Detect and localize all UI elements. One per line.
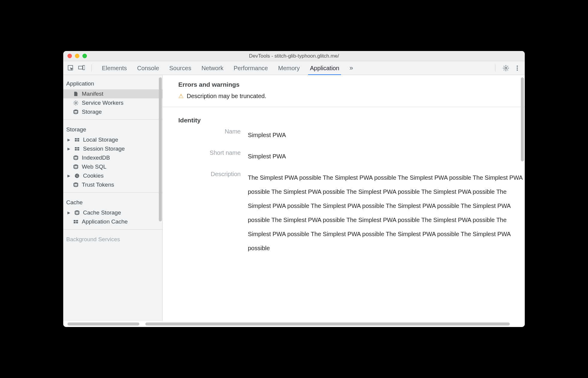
sidebar-section-storage: Storage xyxy=(63,123,162,135)
main-h-scrollbar[interactable] xyxy=(145,322,510,326)
tab-performance[interactable]: Performance xyxy=(234,62,268,74)
table-icon xyxy=(73,219,79,225)
database-icon xyxy=(74,210,80,216)
sidebar-divider xyxy=(63,119,162,120)
identity-heading: Identity xyxy=(178,117,525,124)
field-name: Name Simplest PWA xyxy=(178,128,525,142)
gear-icon xyxy=(73,100,79,106)
sidebar-item-label: Service Workers xyxy=(82,100,123,106)
tab-memory[interactable]: Memory xyxy=(278,62,300,74)
field-label: Name xyxy=(178,128,248,135)
main-scrollbar[interactable] xyxy=(521,77,524,161)
field-value: The Simplest PWA possible The Simplest P… xyxy=(248,171,525,255)
sidebar-item-cache-storage[interactable]: ▶ Cache Storage xyxy=(63,208,162,217)
field-description: Description The Simplest PWA possible Th… xyxy=(178,171,525,255)
minimize-window-button[interactable] xyxy=(75,54,79,58)
toolbar-divider xyxy=(91,64,92,72)
zoom-window-button[interactable] xyxy=(82,54,87,58)
tab-sources[interactable]: Sources xyxy=(169,62,191,74)
warning-row: ⚠ Description may be truncated. xyxy=(178,92,525,100)
sidebar-item-manifest[interactable]: Manifest xyxy=(63,89,162,98)
errors-heading: Errors and warnings xyxy=(178,81,525,88)
sidebar-section-application: Application xyxy=(63,77,162,89)
inspect-icon[interactable] xyxy=(67,65,74,71)
sidebar-item-session-storage[interactable]: ▶ Session Storage xyxy=(63,144,162,153)
sidebar: Application Manifest Service Workers Sto… xyxy=(63,75,163,321)
kebab-menu-icon[interactable] xyxy=(514,65,521,71)
sidebar-item-label: Cache Storage xyxy=(83,209,121,216)
table-icon xyxy=(74,137,80,143)
bottom-scrollbars xyxy=(63,321,525,327)
main-panel: Errors and warnings ⚠ Description may be… xyxy=(163,75,525,321)
sidebar-item-label: Application Cache xyxy=(82,218,128,225)
tabs-overflow-icon[interactable]: » xyxy=(349,64,353,72)
cookie-icon xyxy=(74,173,80,179)
sidebar-item-application-cache[interactable]: Application Cache xyxy=(63,217,162,226)
tab-network[interactable]: Network xyxy=(201,62,223,74)
field-short-name: Short name Simplest PWA xyxy=(178,149,525,164)
sidebar-scrollbar[interactable] xyxy=(159,77,162,221)
database-icon xyxy=(73,155,79,161)
field-label: Short name xyxy=(178,149,248,156)
tab-console[interactable]: Console xyxy=(137,62,159,74)
close-window-button[interactable] xyxy=(67,54,72,58)
sidebar-divider xyxy=(63,192,162,193)
sidebar-divider xyxy=(63,229,162,230)
sidebar-item-indexeddb[interactable]: IndexedDB xyxy=(63,153,162,162)
sidebar-item-label: IndexedDB xyxy=(82,154,110,161)
sidebar-item-label: Storage xyxy=(82,109,102,115)
device-toggle-icon[interactable] xyxy=(78,65,85,71)
sidebar-item-web-sql[interactable]: Web SQL xyxy=(63,162,162,171)
sidebar-section-cache: Cache xyxy=(63,196,162,208)
sidebar-item-local-storage[interactable]: ▶ Local Storage xyxy=(63,135,162,144)
sidebar-item-label: Session Storage xyxy=(83,146,125,152)
database-icon xyxy=(73,182,79,188)
sidebar-item-label: Cookies xyxy=(83,172,104,179)
caret-icon: ▶ xyxy=(67,174,70,178)
database-icon xyxy=(73,164,79,170)
traffic-lights xyxy=(63,54,87,58)
field-label: Description xyxy=(178,171,248,178)
sidebar-item-trust-tokens[interactable]: Trust Tokens xyxy=(63,180,162,189)
content: Application Manifest Service Workers Sto… xyxy=(63,75,525,321)
warning-icon: ⚠ xyxy=(178,92,184,100)
tab-elements[interactable]: Elements xyxy=(102,62,127,74)
toolbar-divider xyxy=(495,64,495,72)
sidebar-item-service-workers[interactable]: Service Workers xyxy=(63,98,162,107)
sidebar-item-storage[interactable]: Storage xyxy=(63,107,162,116)
table-icon xyxy=(74,146,80,152)
sidebar-item-label: Trust Tokens xyxy=(82,182,114,188)
field-value: Simplest PWA xyxy=(248,128,525,142)
caret-icon: ▶ xyxy=(67,211,70,215)
panel-tabs: Elements Console Sources Network Perform… xyxy=(102,62,353,74)
section-divider xyxy=(163,107,525,107)
devtools-window: DevTools - stitch-glib-typhoon.glitch.me… xyxy=(63,51,525,327)
tab-application[interactable]: Application xyxy=(310,62,339,74)
toolbar: Elements Console Sources Network Perform… xyxy=(63,61,525,75)
sidebar-item-label: Local Storage xyxy=(83,136,118,143)
warning-text: Description may be truncated. xyxy=(187,93,266,100)
database-icon xyxy=(73,109,79,115)
sidebar-item-label: Web SQL xyxy=(82,164,106,170)
settings-icon[interactable] xyxy=(503,65,509,71)
window-title: DevTools - stitch-glib-typhoon.glitch.me… xyxy=(63,53,525,59)
sidebar-item-cookies[interactable]: ▶ Cookies xyxy=(63,171,162,180)
caret-icon: ▶ xyxy=(67,138,70,142)
caret-icon: ▶ xyxy=(67,147,70,151)
field-value: Simplest PWA xyxy=(248,149,525,164)
sidebar-h-scrollbar[interactable] xyxy=(67,322,139,326)
sidebar-item-label: Manifest xyxy=(82,91,103,97)
titlebar: DevTools - stitch-glib-typhoon.glitch.me… xyxy=(63,51,525,61)
file-icon xyxy=(73,91,79,97)
sidebar-section-background-services: Background Services xyxy=(63,232,162,245)
